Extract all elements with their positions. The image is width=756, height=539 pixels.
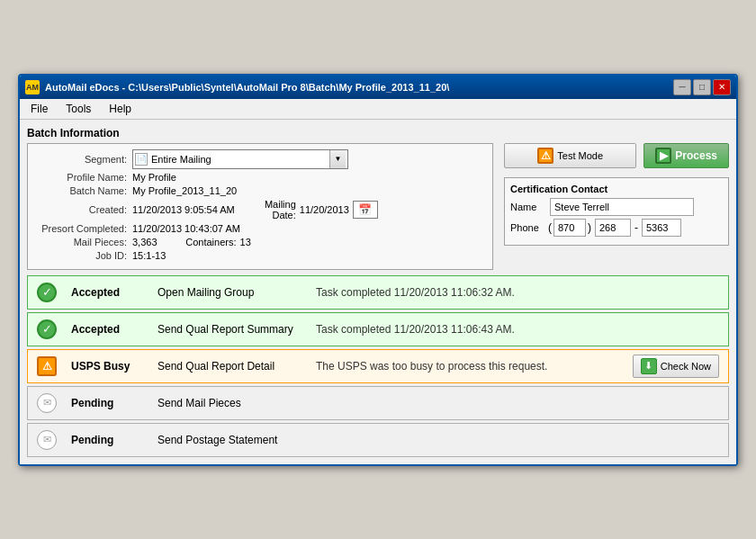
- task-message: The USPS was too busy to process this re…: [316, 360, 618, 373]
- top-buttons: ⚠ Test Mode ▶ Process: [504, 143, 729, 168]
- created-row: Created: 11/20/2013 9:05:54 AM Mailing D…: [33, 199, 487, 220]
- menu-file[interactable]: File: [27, 101, 51, 117]
- task-name: Send Mail Pieces: [158, 397, 302, 409]
- check-now-button[interactable]: ⬇ Check Now: [633, 355, 719, 378]
- task-row: ✓ Accepted Open Mailing Group Task compl…: [27, 275, 729, 310]
- mail-pieces-value: 3,363: [132, 237, 158, 247]
- profile-row: Profile Name: My Profile: [33, 172, 487, 183]
- batch-name-label: Batch Name:: [33, 185, 132, 196]
- mailing-date-label: Mailing Date:: [246, 199, 300, 220]
- phone-dash: -: [634, 221, 638, 234]
- pending-icon: ✉: [37, 393, 57, 413]
- status-label: Accepted: [71, 286, 143, 299]
- task-name: Send Postage Statement: [158, 434, 302, 446]
- status-label: Pending: [71, 397, 143, 409]
- process-arrow-icon: ▶: [655, 148, 671, 164]
- job-id-value: 15:1-13: [132, 250, 166, 261]
- segment-label: Segment:: [33, 154, 132, 165]
- title-bar: AM AutoMail eDocs - C:\Users\Public\Synt…: [20, 76, 736, 99]
- containers-value: 13: [240, 237, 251, 247]
- window-title: AutoMail eDocs - C:\Users\Public\Syntel\…: [45, 82, 449, 93]
- batch-name-value: My Profile_2013_11_20: [132, 185, 237, 196]
- task-list: ✓ Accepted Open Mailing Group Task compl…: [27, 275, 729, 457]
- segment-dropdown[interactable]: 📄 Entire Mailing ▼: [132, 149, 348, 169]
- task-name: Send Qual Report Detail: [158, 360, 302, 373]
- pending-icon: ✉: [37, 430, 57, 450]
- status-label: Pending: [71, 434, 143, 446]
- phone-label: Phone: [510, 222, 546, 233]
- menu-help[interactable]: Help: [105, 101, 135, 117]
- name-input[interactable]: [550, 198, 694, 216]
- batch-name-row: Batch Name: My Profile_2013_11_20: [33, 185, 487, 196]
- task-message: Task completed 11/20/2013 11:06:43 AM.: [316, 323, 719, 336]
- phone-row: Phone ( ) -: [510, 219, 723, 237]
- test-mode-label: Test Mode: [557, 150, 603, 161]
- phone-paren-open: (: [548, 221, 552, 234]
- busy-icon: ⚠: [37, 356, 57, 376]
- process-button[interactable]: ▶ Process: [644, 143, 729, 168]
- accepted-icon: ✓: [37, 283, 57, 302]
- segment-row: Segment: 📄 Entire Mailing ▼: [33, 149, 487, 169]
- mail-pieces-label: Mail Pieces:: [33, 237, 132, 247]
- job-id-label: Job ID:: [33, 250, 132, 261]
- task-row: ⚠ USPS Busy Send Qual Report Detail The …: [27, 349, 729, 383]
- batch-row: Segment: 📄 Entire Mailing ▼ Profile Name…: [27, 143, 729, 270]
- app-icon: AM: [25, 80, 40, 94]
- task-row: ✉ Pending Send Postage Statement: [27, 423, 729, 457]
- task-row: ✓ Accepted Send Qual Report Summary Task…: [27, 312, 729, 346]
- phone-paren-close: ): [588, 221, 591, 234]
- test-mode-button[interactable]: ⚠ Test Mode: [504, 143, 636, 168]
- name-row: Name document.addEventListener('DOMConte…: [510, 198, 723, 216]
- mailing-date-value: 11/20/2013: [300, 204, 349, 215]
- cert-contact-title: Certification Contact: [510, 184, 723, 194]
- created-label: Created:: [33, 204, 132, 215]
- batch-info-form: Segment: 📄 Entire Mailing ▼ Profile Name…: [27, 143, 493, 270]
- status-label: USPS Busy: [71, 360, 143, 373]
- presort-label: Presort Completed:: [33, 223, 132, 234]
- cert-contact-box: Certification Contact Name document.addE…: [504, 177, 729, 246]
- phone-last-input[interactable]: [642, 219, 681, 237]
- title-bar-controls: ─ □ ✕: [673, 79, 731, 95]
- job-id-row: Job ID: 15:1-13: [33, 250, 487, 261]
- process-label: Process: [675, 149, 717, 162]
- accepted-icon: ✓: [37, 319, 57, 339]
- status-label: Accepted: [71, 323, 143, 336]
- menu-tools[interactable]: Tools: [62, 101, 94, 117]
- task-row: ✉ Pending Send Mail Pieces: [27, 386, 729, 420]
- task-message: Task completed 11/20/2013 11:06:32 AM.: [316, 286, 719, 299]
- right-panel: ⚠ Test Mode ▶ Process Certification Cont…: [504, 143, 729, 270]
- title-bar-left: AM AutoMail eDocs - C:\Users\Public\Synt…: [25, 80, 449, 94]
- phone-mid-input[interactable]: [595, 219, 631, 237]
- dropdown-arrow-icon: ▼: [329, 150, 346, 168]
- presort-row: Presort Completed: 11/20/2013 10:43:07 A…: [33, 223, 487, 234]
- calendar-button[interactable]: 📅: [353, 201, 378, 219]
- download-icon: ⬇: [641, 358, 657, 374]
- presort-value: 11/20/2013 10:43:07 AM: [132, 223, 240, 234]
- main-window: AM AutoMail eDocs - C:\Users\Public\Synt…: [18, 74, 738, 466]
- menu-bar: File Tools Help: [20, 99, 736, 120]
- check-now-label: Check Now: [661, 361, 711, 372]
- profile-label: Profile Name:: [33, 172, 132, 183]
- calendar-icon: 📅: [358, 203, 372, 216]
- batch-info-title: Batch Information: [27, 127, 729, 139]
- main-content: Batch Information Segment: 📄 Entire Mail…: [20, 120, 736, 464]
- phone-area-input[interactable]: [554, 219, 586, 237]
- segment-value: Entire Mailing: [148, 154, 329, 165]
- segment-doc-icon: 📄: [135, 153, 148, 166]
- created-value: 11/20/2013 9:05:54 AM: [132, 204, 235, 215]
- profile-value: My Profile: [132, 172, 176, 183]
- name-label: Name: [510, 202, 546, 212]
- task-name: Open Mailing Group: [158, 286, 302, 299]
- task-name: Send Qual Report Summary: [158, 323, 302, 336]
- containers-label: Containers:: [168, 237, 240, 247]
- maximize-button[interactable]: □: [693, 79, 711, 95]
- mail-pieces-row: Mail Pieces: 3,363 Containers: 13: [33, 237, 487, 247]
- close-button[interactable]: ✕: [713, 79, 731, 95]
- warning-icon: ⚠: [537, 148, 554, 164]
- minimize-button[interactable]: ─: [673, 79, 691, 95]
